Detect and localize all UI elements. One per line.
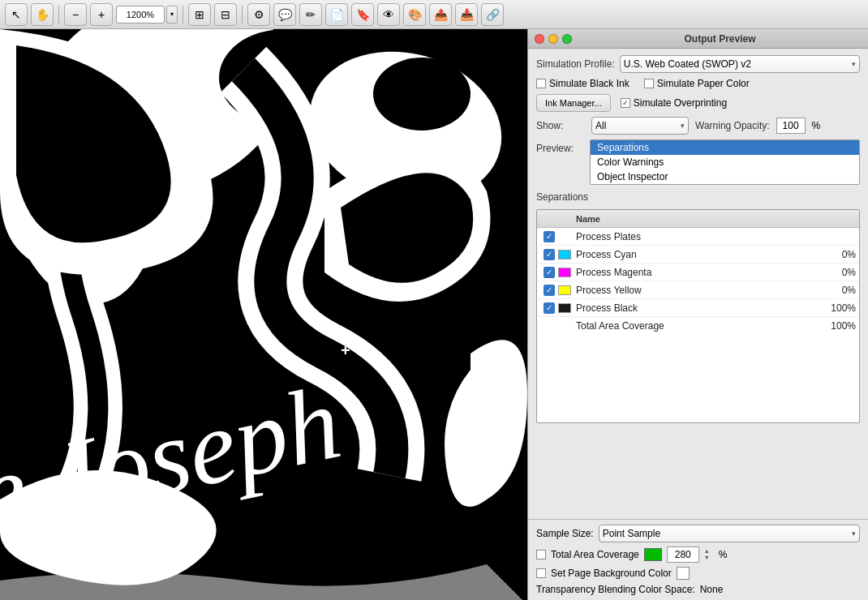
yellow-swatch xyxy=(558,285,571,295)
simulate-paper-color-label: Simulate Paper Color xyxy=(657,78,750,89)
table-row[interactable]: Process Cyan 0% xyxy=(537,246,859,264)
total-coverage-unit: % xyxy=(719,549,728,560)
table-row[interactable]: Process Plates xyxy=(537,228,859,246)
toolbar-sep-1 xyxy=(58,6,59,24)
sep-pct-2: 0% xyxy=(807,267,856,278)
sep-checkmark-4 xyxy=(544,302,555,314)
toolbar-sep-3 xyxy=(242,6,243,24)
sep-name-4: Process Black xyxy=(576,302,807,314)
minimize-btn[interactable] xyxy=(548,34,558,44)
select-tool-btn[interactable]: ↖ xyxy=(5,3,28,26)
preview-option-separations[interactable]: Separations xyxy=(591,140,859,155)
import-btn[interactable]: 📥 xyxy=(455,3,478,26)
sep-check-1 xyxy=(540,249,558,260)
simulate-black-ink-cb-box xyxy=(536,79,546,88)
sep-check-3 xyxy=(540,285,558,296)
sample-size-arrow: ▾ xyxy=(852,529,856,538)
page-bg-label: Set Page Background Color xyxy=(551,568,672,579)
simulate-black-ink-checkbox[interactable]: Simulate Black Ink xyxy=(536,78,630,89)
sep-name-3: Process Yellow xyxy=(576,285,807,296)
sep-checkmark-1 xyxy=(544,249,555,260)
zoom-in-btn[interactable]: + xyxy=(90,3,113,26)
simulation-profile-value: U.S. Web Coated (SWOP) v2 xyxy=(624,58,751,70)
simulate-overprinting-checkbox[interactable]: Simulate Overprinting xyxy=(621,97,727,109)
hand-tool-btn[interactable]: ✋ xyxy=(31,3,54,26)
cyan-swatch xyxy=(558,250,571,259)
show-select[interactable]: All ▾ xyxy=(591,117,689,135)
simulation-profile-arrow: ▾ xyxy=(852,60,856,68)
simulate-paper-color-cb-box xyxy=(644,79,654,88)
sep-color-1 xyxy=(558,250,576,259)
preview-dropdown: Separations Color Warnings Object Inspec… xyxy=(590,139,860,185)
coverage-stepper: ▲ ▼ xyxy=(704,548,714,561)
ink-manager-button[interactable]: Ink Manager... xyxy=(536,94,611,112)
view-btn[interactable]: 👁 xyxy=(377,3,400,26)
cursor-crosshair: + xyxy=(341,341,350,360)
settings-btn[interactable]: ⚙ xyxy=(247,3,270,26)
total-coverage-input[interactable] xyxy=(667,546,699,563)
show-arrow: ▾ xyxy=(681,122,685,130)
maximize-btn[interactable] xyxy=(562,34,572,44)
transparency-value: None xyxy=(700,584,724,595)
export-btn[interactable]: 📤 xyxy=(429,3,452,26)
black-swatch xyxy=(558,303,571,313)
window-title: Output Preview xyxy=(578,33,862,45)
table-row[interactable]: Process Black 100% xyxy=(537,299,859,317)
toolbar: ↖ ✋ − + 1200% ▾ ⊞ ⊟ ⚙ 💬 ✏ 📄 🔖 👁 🎨 📤 📥 🔗 xyxy=(0,0,868,29)
sample-size-value: Point Sample xyxy=(603,528,660,539)
close-btn[interactable] xyxy=(535,34,544,44)
bookmark-btn[interactable]: 🔖 xyxy=(351,3,374,26)
canvas-area[interactable]: e Joseph + xyxy=(0,29,527,600)
total-coverage-label: Total Area Coverage xyxy=(551,549,639,560)
table-row[interactable]: Process Yellow 0% xyxy=(537,281,859,299)
fit-spread-btn[interactable]: ⊟ xyxy=(214,3,237,26)
sep-name-0: Process Plates xyxy=(576,231,807,242)
sep-table-header: Name xyxy=(537,210,859,228)
warning-opacity-input[interactable] xyxy=(776,118,806,134)
zoom-out-btn[interactable]: − xyxy=(64,3,87,26)
simulate-paper-color-checkbox[interactable]: Simulate Paper Color xyxy=(644,78,750,89)
preview-label: Preview: xyxy=(536,139,585,154)
table-row[interactable]: Process Magenta 0% xyxy=(537,264,859,281)
table-row[interactable]: Total Area Coverage 100% xyxy=(537,317,859,335)
layers-btn[interactable]: 📄 xyxy=(325,3,348,26)
transparency-row: Transparency Blending Color Space: None xyxy=(536,584,860,595)
window-titlebar: Output Preview xyxy=(528,29,868,49)
colors-btn[interactable]: 🎨 xyxy=(403,3,426,26)
page-bg-swatch[interactable] xyxy=(677,567,690,580)
sep-check-0 xyxy=(540,231,558,242)
sep-name-5: Total Area Coverage xyxy=(576,320,807,332)
canvas-content: e Joseph + xyxy=(0,29,527,600)
magenta-swatch xyxy=(558,268,571,277)
coverage-up-arrow[interactable]: ▲ xyxy=(704,548,714,555)
transparency-label: Transparency Blending Color Space: xyxy=(536,584,695,595)
sample-size-select[interactable]: Point Sample ▾ xyxy=(599,525,860,542)
coverage-down-arrow[interactable]: ▼ xyxy=(704,555,714,561)
link-btn[interactable]: 🔗 xyxy=(481,3,504,26)
simulate-black-ink-label: Simulate Black Ink xyxy=(549,78,630,89)
preview-option-object-inspector[interactable]: Object Inspector xyxy=(591,169,859,184)
preview-row: Preview: Separations Color Warnings Obje… xyxy=(536,139,860,185)
simulation-profile-row: Simulation Profile: U.S. Web Coated (SWO… xyxy=(536,55,860,73)
sep-table-body: Process Plates Process Cyan 0% xyxy=(537,228,859,422)
note-btn[interactable]: 💬 xyxy=(273,3,296,26)
zoom-control: 1200% ▾ xyxy=(116,6,178,24)
sep-checkmark-0 xyxy=(544,231,555,242)
fit-page-btn[interactable]: ⊞ xyxy=(188,3,211,26)
sep-color-4 xyxy=(558,303,576,313)
zoom-input[interactable]: 1200% xyxy=(116,6,165,24)
sample-size-label: Sample Size: xyxy=(536,528,594,539)
sep-pct-1: 0% xyxy=(807,249,856,260)
simulation-profile-select[interactable]: U.S. Web Coated (SWOP) v2 ▾ xyxy=(620,55,860,73)
page-bg-cb[interactable] xyxy=(536,568,546,578)
sep-checkmark-2 xyxy=(544,267,555,278)
preview-option-color-warnings[interactable]: Color Warnings xyxy=(591,155,859,169)
sep-color-3 xyxy=(558,285,576,295)
sep-pct-3: 0% xyxy=(807,285,856,296)
total-coverage-cb[interactable] xyxy=(536,550,546,559)
show-row: Show: All ▾ Warning Opacity: % xyxy=(536,117,860,135)
zoom-dropdown-btn[interactable]: ▾ xyxy=(166,6,178,24)
edit-btn[interactable]: ✏ xyxy=(299,3,322,26)
show-label: Show: xyxy=(536,120,585,131)
toolbar-sep-2 xyxy=(183,6,183,24)
